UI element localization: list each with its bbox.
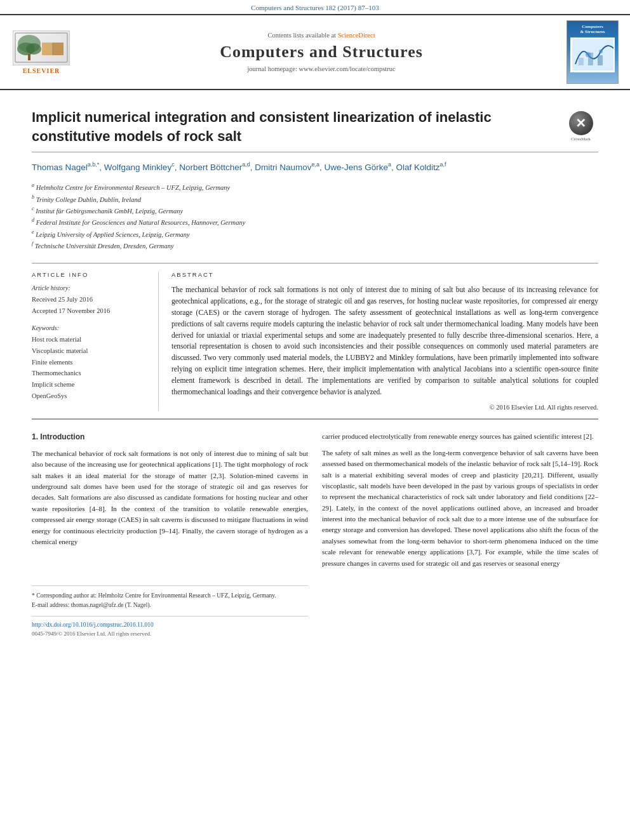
email-note: E-mail address: thomas.nagel@ufz.de (T. … <box>32 601 308 610</box>
affiliation-f: f Technische Universität Dresden, Dresde… <box>32 240 598 251</box>
journal-thumbnail-container: Computers& Structures <box>566 20 624 84</box>
thumb-image-svg <box>572 39 613 70</box>
main-content: Implicit numerical integration and consi… <box>0 90 630 651</box>
affiliation-b: b Trinity College Dublin, Dublin, Irelan… <box>32 194 598 205</box>
intro-paragraph-1: The mechanical behavior of rock salt for… <box>32 448 308 547</box>
thumb-image-inner <box>572 39 613 70</box>
elsevier-logo-image <box>13 30 70 65</box>
svg-rect-12 <box>588 53 593 65</box>
article-title-section: Implicit numerical integration and consi… <box>32 97 598 152</box>
journal-thumbnail: Computers& Structures <box>566 20 619 84</box>
keyword-2: Viscoplastic material <box>32 345 149 357</box>
affiliation-c: c Institut für Gebirgsmechanik GmbH, Lei… <box>32 205 598 217</box>
keyword-6: OpenGeoSys <box>32 390 149 402</box>
doi-bar: http://dx.doi.org/10.1016/j.compstruc.20… <box>32 616 308 639</box>
keyword-5: Implicit scheme <box>32 379 149 390</box>
journal-homepage: journal homepage: www.elsevier.com/locat… <box>83 65 560 72</box>
body-left-column: 1. Introduction The mechanical behavior … <box>32 431 308 638</box>
journal-reference-bar: Computers and Structures 182 (2017) 87–1… <box>0 0 630 14</box>
crossmark-badge: ✕ CrossMark <box>563 108 598 142</box>
crossmark-label: CrossMark <box>571 137 591 142</box>
introduction-heading: 1. Introduction <box>32 431 308 443</box>
body-content: 1. Introduction The mechanical behavior … <box>32 418 598 638</box>
article-history-heading: Article history: <box>32 284 149 291</box>
corresponding-author-note: * Corresponding author at: Helmholtz Cen… <box>32 591 308 600</box>
svg-point-10 <box>599 50 603 53</box>
crossmark-icon: ✕ <box>569 111 593 135</box>
abstract-column: ABSTRACT The mechanical behavior of rock… <box>171 271 598 411</box>
thumb-image-area <box>570 37 615 72</box>
abstract-text: The mechanical behavior of rock salt for… <box>171 284 598 397</box>
svg-rect-13 <box>598 55 603 65</box>
svg-point-2 <box>26 43 41 55</box>
intro-paragraph-right-1: carrier produced electrolytically from r… <box>322 431 598 442</box>
affiliation-a: a Helmholtz Centre for Environmental Res… <box>32 182 598 193</box>
abstract-heading: ABSTRACT <box>171 271 598 278</box>
contents-line: Contents lists available at ScienceDirec… <box>83 32 560 39</box>
elsevier-logo: ELSEVIER <box>6 30 76 74</box>
journal-title: Computers and Structures <box>83 43 560 62</box>
keyword-4: Thermomechanics <box>32 368 149 379</box>
body-two-columns: 1. Introduction The mechanical behavior … <box>32 431 598 638</box>
thumb-title: Computers& Structures <box>580 24 605 35</box>
intro-paragraph-right-2: The safety of salt mines as well as the … <box>322 448 598 569</box>
elsevier-label: ELSEVIER <box>23 67 60 74</box>
body-right-column: carrier produced electrolytically from r… <box>322 431 598 638</box>
journal-reference-text: Computers and Structures 182 (2017) 87–1… <box>251 4 379 11</box>
abstract-copyright: © 2016 Elsevier Ltd. All rights reserved… <box>171 404 598 411</box>
svg-rect-3 <box>28 54 30 60</box>
doi-link[interactable]: http://dx.doi.org/10.1016/j.compstruc.20… <box>32 620 308 630</box>
svg-rect-11 <box>579 58 584 65</box>
elsevier-logo-container: ELSEVIER <box>6 30 76 74</box>
article-info-abstract-section: ARTICLE INFO Article history: Received 2… <box>32 263 598 411</box>
article-info-column: ARTICLE INFO Article history: Received 2… <box>32 271 159 411</box>
journal-header-center: Contents lists available at ScienceDirec… <box>83 32 560 72</box>
authors-line: Thomas Nagela,b,*, Wolfgang Minkleyc, No… <box>32 160 598 174</box>
authors-section: Thomas Nagela,b,*, Wolfgang Minkleyc, No… <box>32 152 598 178</box>
elsevier-tree-svg <box>13 31 69 64</box>
keyword-3: Finite elements <box>32 357 149 368</box>
affiliations-section: a Helmholtz Centre for Environmental Res… <box>32 178 598 258</box>
journal-header: ELSEVIER Contents lists available at Sci… <box>0 14 630 90</box>
sciencedirect-link[interactable]: ScienceDirect <box>338 32 375 39</box>
doi-rights: 0045-7949/© 2016 Elsevier Ltd. All right… <box>32 630 308 639</box>
keyword-1: Host rock material <box>32 334 149 345</box>
article-accepted: Accepted 17 November 2016 <box>32 305 149 317</box>
footnotes-section: * Corresponding author at: Helmholtz Cen… <box>32 585 308 610</box>
keywords-heading: Keywords: <box>32 324 149 331</box>
article-received: Received 25 July 2016 <box>32 294 149 305</box>
svg-rect-5 <box>53 43 64 55</box>
svg-rect-4 <box>42 43 53 55</box>
affiliation-e: e Leipzig University of Applied Sciences… <box>32 229 598 240</box>
footnotes-spacer: * Corresponding author at: Helmholtz Cen… <box>32 585 308 638</box>
article-title: Implicit numerical integration and consi… <box>32 108 554 145</box>
article-info-heading: ARTICLE INFO <box>32 271 149 278</box>
affiliation-d: d Federal Institute for Geosciences and … <box>32 217 598 228</box>
